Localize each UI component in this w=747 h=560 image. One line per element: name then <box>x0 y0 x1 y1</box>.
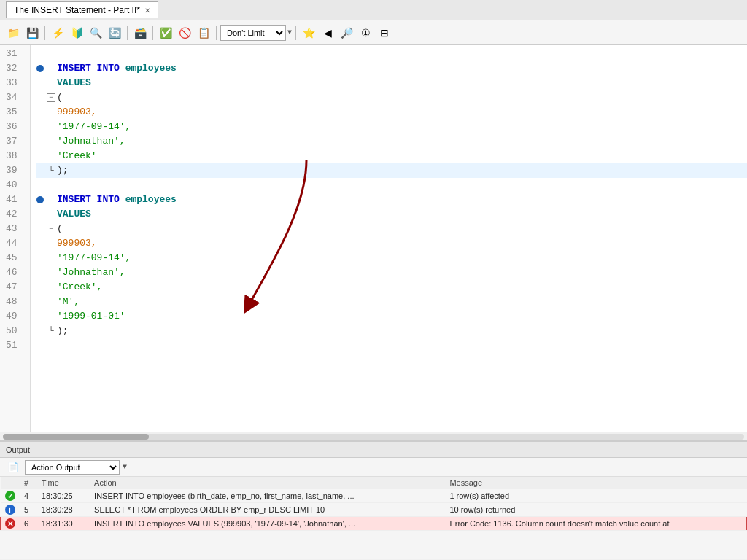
line-numbers: 3132333435363738394041424344454647484950… <box>0 45 31 432</box>
status-icon-2: ✕ <box>5 518 15 529</box>
code-line-39: └); <box>36 163 747 178</box>
code-line-37: 'Johnathan', <box>36 134 747 149</box>
toolbar: 📁 💾 ⚡ 🔰 🔍 🔄 🗃️ ✅ 🚫 📋 Don't Limit Limit t… <box>0 20 747 45</box>
refresh-icon[interactable]: 🔄 <box>106 24 123 42</box>
separator-1 <box>44 26 45 40</box>
paren-close: ); <box>57 165 69 176</box>
output-row-1: i 5 18:30:28 SELECT * FROM employees ORD… <box>1 503 747 517</box>
col-status <box>1 477 20 489</box>
code-line-45: '1977-09-14', <box>36 251 747 265</box>
value-green: 'Johnathan', <box>57 136 125 147</box>
tab-label: The INSERT Statement - Part II* <box>14 5 140 15</box>
code-line-40 <box>36 178 747 192</box>
message-cell-2: Error Code: 1136. Column count doesn't m… <box>445 517 746 531</box>
limit-dropdown-arrow: ▼ <box>287 28 292 36</box>
horizontal-scrollbar[interactable] <box>0 432 747 440</box>
table-icon[interactable]: 📋 <box>195 24 212 42</box>
code-line-51 <box>36 338 747 353</box>
code-content[interactable]: INSERT INTO employeesVALUES−(999903,'197… <box>31 45 747 432</box>
output-table-container: # Time Action Message ✓ 4 18:30:25 INSER… <box>0 477 747 531</box>
code-line-31 <box>36 47 747 61</box>
fold-icon[interactable]: − <box>47 225 55 233</box>
col-time: Time <box>37 477 90 489</box>
output-toolbar: 📄 Action Output Text Output ▼ <box>0 458 747 477</box>
code-line-35: 999903, <box>36 105 747 120</box>
fold-icon[interactable]: − <box>47 93 55 102</box>
cursor <box>69 166 69 176</box>
breakpoint-dot <box>36 65 44 72</box>
num-cell-0: 4 <box>20 489 37 503</box>
value-green: 'Johnathan', <box>57 267 125 278</box>
value-green: 'Creek' <box>57 150 97 161</box>
execute-icon[interactable]: ⚡ <box>49 24 66 42</box>
code-line-36: '1977-09-14', <box>36 120 747 134</box>
code-line-32: INSERT INTO employees <box>36 61 747 76</box>
output-table: # Time Action Message ✓ 4 18:30:25 INSER… <box>0 477 747 531</box>
code-line-33: VALUES <box>36 76 747 90</box>
keyword-values: VALUES <box>57 209 91 219</box>
message-cell-1: 10 row(s) returned <box>445 503 746 517</box>
action-output-select[interactable]: Action Output Text Output <box>25 460 120 475</box>
separator-3 <box>152 26 153 40</box>
code-line-34: −( <box>36 90 747 105</box>
num-cell-1: 5 <box>20 503 37 517</box>
bookmark-icon[interactable]: ⭐ <box>300 24 317 42</box>
separator-2 <box>127 26 128 40</box>
code-line-46: 'Johnathan', <box>36 265 747 280</box>
code-line-44: 999903, <box>36 236 747 251</box>
limit-select[interactable]: Don't Limit Limit to 1000 <box>220 25 286 41</box>
table-name: employees <box>125 63 177 74</box>
keyword-insert: INSERT INTO <box>57 194 120 205</box>
output-row-0: ✓ 4 18:30:25 INSERT INTO employees (birt… <box>1 489 747 503</box>
value-green: 'M', <box>57 296 80 307</box>
search-icon[interactable]: 🔍 <box>87 24 104 42</box>
table-name: employees <box>125 194 177 205</box>
fold-close-icon[interactable]: └ <box>47 327 55 335</box>
code-line-41: INSERT INTO employees <box>36 192 747 207</box>
back-icon[interactable]: ◀ <box>319 24 336 42</box>
action-cell-2: INSERT INTO employees VALUES (999903, '1… <box>90 517 445 531</box>
split-icon[interactable]: ⊟ <box>376 24 393 42</box>
value-green: '1977-09-14', <box>57 121 131 132</box>
scrollbar-track[interactable] <box>3 434 744 440</box>
num-cell-2: 6 <box>20 517 37 531</box>
output-dropdown-arrow: ▼ <box>123 463 127 471</box>
code-line-48: 'M', <box>36 295 747 309</box>
output-copy-icon[interactable]: 📄 <box>4 459 22 476</box>
title-bar: The INSERT Statement - Part II* ✕ <box>0 0 747 20</box>
time-cell-1: 18:30:28 <box>37 503 90 517</box>
save-icon[interactable]: 💾 <box>23 24 41 42</box>
col-message: Message <box>445 477 746 489</box>
value-orange: 999903, <box>57 106 97 117</box>
scrollbar-thumb[interactable] <box>3 434 149 440</box>
keyword-insert: INSERT INTO <box>57 63 120 74</box>
breakpoint-dot <box>36 196 44 203</box>
output-row-2: ✕ 6 18:31:30 INSERT INTO employees VALUE… <box>1 517 747 531</box>
stop-icon[interactable]: 🚫 <box>176 24 193 42</box>
code-line-38: 'Creek' <box>36 149 747 163</box>
fold-close-icon[interactable]: └ <box>47 166 55 175</box>
keyword-values: VALUES <box>57 77 91 88</box>
folder-icon[interactable]: 📁 <box>4 24 22 42</box>
format-icon[interactable]: ① <box>357 24 374 42</box>
value-orange: 999903, <box>57 238 97 249</box>
execute-selection-icon[interactable]: 🔰 <box>68 24 85 42</box>
paren-open: ( <box>57 223 63 234</box>
separator-4 <box>216 26 217 40</box>
close-icon[interactable]: ✕ <box>144 7 150 15</box>
status-cell-1: i <box>1 503 20 517</box>
title-tab[interactable]: The INSERT Statement - Part II* ✕ <box>6 1 158 18</box>
db-icon[interactable]: 🗃️ <box>131 24 149 42</box>
output-header: Output <box>0 442 747 458</box>
search2-icon[interactable]: 🔎 <box>338 24 355 42</box>
action-cell-0: INSERT INTO employees (birth_date, emp_n… <box>90 489 445 503</box>
time-cell-0: 18:30:25 <box>37 489 90 503</box>
status-cell-0: ✓ <box>1 489 20 503</box>
code-line-43: −( <box>36 222 747 236</box>
check-icon[interactable]: ✅ <box>157 24 174 42</box>
paren-open: ( <box>57 92 63 103</box>
action-cell-1: SELECT * FROM employees ORDER BY emp_r D… <box>90 503 445 517</box>
separator-5 <box>295 26 296 40</box>
paren-close: ); <box>57 325 69 336</box>
output-section: Output 📄 Action Output Text Output ▼ # T… <box>0 440 747 559</box>
